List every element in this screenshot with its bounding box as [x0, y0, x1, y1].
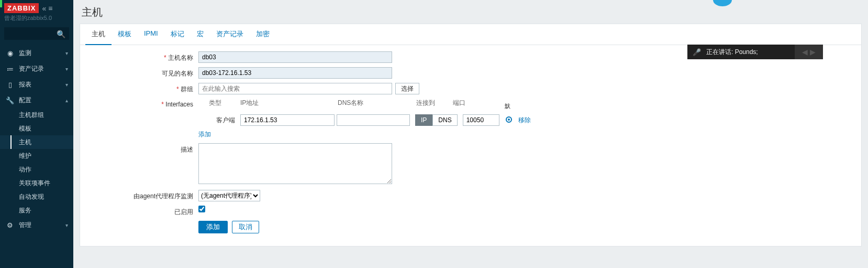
hamburger-icon[interactable]: ≡	[48, 4, 52, 13]
iface-head-conn: 连接到	[416, 99, 453, 112]
tabs: 主机 模板 IPMI 标记 宏 资产记录 加密	[80, 24, 861, 45]
sidebar-config-items: 主机群组 模板 主机 维护 动作 关联项事件 自动发现 服务	[0, 108, 73, 217]
sidebar-section-config[interactable]: 🔧 配置 ▴	[0, 92, 73, 108]
iface-head-dns: DNS名称	[338, 99, 416, 112]
tab-templates[interactable]: 模板	[112, 24, 138, 45]
chevron-down-icon: ▾	[65, 82, 68, 88]
iface-port-input[interactable]	[463, 114, 499, 126]
eye-icon: ◉	[5, 49, 15, 57]
sidebar-section-reports[interactable]: ▯ 报表 ▾	[0, 77, 73, 92]
enabled-checkbox[interactable]	[198, 206, 205, 212]
sidebar-item-correlation[interactable]: 关联项事件	[0, 176, 73, 190]
chevron-down-icon: ▾	[65, 66, 68, 72]
visiblename-input[interactable]	[198, 67, 392, 79]
groups-input[interactable]	[198, 83, 392, 94]
iface-type: 客户端	[209, 116, 238, 125]
connectto-dns-button[interactable]: DNS	[432, 114, 457, 126]
sidebar-item-hostgroups[interactable]: 主机群组	[0, 108, 73, 122]
sidebar-section-label: 报表	[19, 80, 31, 89]
visiblename-label: 可见的名称	[88, 67, 198, 78]
iface-remove-link[interactable]: 移除	[518, 116, 531, 125]
list-icon: ≔	[5, 65, 15, 73]
speaking-nav[interactable]: ◀ ▶	[795, 45, 823, 59]
sidebar-section-label: 管理	[19, 221, 31, 230]
proxy-select[interactable]: (无agent代理程序)	[198, 190, 260, 201]
logo-row: ZABBIX « ≡	[0, 0, 73, 14]
sidebar-item-hosts[interactable]: 主机	[0, 135, 73, 149]
sidebar-item-discovery[interactable]: 自动发现	[0, 190, 73, 203]
sidebar-item-maintenance[interactable]: 维护	[0, 149, 73, 163]
interfaces-label: Interfaces	[88, 99, 198, 108]
hostname-label: 主机名称	[88, 51, 198, 62]
iface-ip-input[interactable]	[240, 114, 335, 126]
tab-host[interactable]: 主机	[85, 24, 112, 45]
submit-button[interactable]: 添加	[198, 221, 228, 233]
tab-inventory[interactable]: 资产记录	[210, 24, 250, 45]
iface-dns-input[interactable]	[337, 114, 410, 126]
iface-add-link[interactable]: 添加	[198, 131, 211, 138]
mic-icon: 🎤	[693, 48, 701, 56]
chevron-down-icon: ▾	[65, 50, 68, 56]
iface-head-ip: IP地址	[240, 99, 338, 112]
sidebar-section-inventory[interactable]: ≔ 资产记录 ▾	[0, 61, 73, 77]
sidebar-section-monitor[interactable]: ◉ 监测 ▾	[0, 45, 73, 61]
sidebar: ZABBIX « ≡ 曾老湿的zabbix5.0 🔍 ◉ 监测 ▾ ≔ 资产记录…	[0, 0, 73, 268]
connectto-ip-button[interactable]: IP	[415, 114, 432, 126]
prev-icon[interactable]: ◀	[802, 48, 808, 56]
interface-row: 客户端 IP DNS 移除	[198, 114, 531, 126]
collapse-icon[interactable]: «	[42, 4, 46, 13]
tab-tags[interactable]: 标记	[164, 24, 191, 45]
iface-head-type: 类型	[209, 99, 240, 112]
iface-head-default: 默认	[499, 99, 511, 112]
wrench-icon: 🔧	[5, 97, 15, 104]
chevron-up-icon: ▴	[65, 98, 68, 103]
groups-select-button[interactable]: 选择	[395, 83, 419, 94]
bar-chart-icon: ▯	[5, 81, 15, 89]
hostname-input[interactable]	[198, 51, 392, 63]
iface-default-radio[interactable]	[506, 116, 512, 123]
groups-label: 群组	[88, 83, 198, 94]
iface-head-port: 端口	[453, 99, 499, 112]
sidebar-section-label: 配置	[19, 96, 31, 105]
sidebar-item-templates[interactable]: 模板	[0, 122, 73, 135]
search-icon[interactable]: 🔍	[57, 30, 65, 38]
proxy-label: 由agent代理程序监测	[88, 190, 198, 201]
next-icon[interactable]: ▶	[810, 48, 816, 56]
sidebar-section-label: 资产记录	[19, 65, 44, 73]
chevron-down-icon: ▾	[65, 222, 68, 228]
tab-ipmi[interactable]: IPMI	[138, 24, 164, 45]
sidebar-section-label: 监测	[19, 49, 31, 58]
main: 主机 主机 模板 IPMI 标记 宏 资产记录 加密 主机名称 可见的名称	[73, 0, 868, 268]
app-logo[interactable]: ZABBIX	[4, 3, 39, 13]
speaking-indicator: 🎤 正在讲话: Pounds;	[687, 45, 795, 59]
cancel-button[interactable]: 取消	[232, 221, 259, 233]
tab-macros[interactable]: 宏	[191, 24, 210, 45]
sidebar-item-services[interactable]: 服务	[0, 203, 73, 217]
page-title: 主机	[73, 0, 868, 24]
enabled-label: 已启用	[88, 206, 198, 217]
sidebar-search[interactable]: 🔍	[4, 27, 69, 40]
tab-encryption[interactable]: 加密	[250, 24, 276, 45]
accent-bar	[0, 0, 2, 7]
sidebar-section-admin[interactable]: ⚙ 管理 ▾	[0, 217, 73, 233]
iface-connectto-segment: IP DNS	[415, 114, 458, 126]
speaking-text: 正在讲话: Pounds;	[706, 48, 758, 57]
description-label: 描述	[88, 143, 198, 154]
gear-icon: ⚙	[5, 221, 15, 229]
sidebar-subtitle: 曾老湿的zabbix5.0	[0, 14, 73, 25]
sidebar-item-actions[interactable]: 动作	[0, 163, 73, 176]
description-textarea[interactable]	[198, 143, 392, 184]
interfaces-header: 类型 IP地址 DNS名称 连接到 端口 默认	[198, 99, 531, 114]
host-form: 主机名称 可见的名称 群组 选择 Interfaces	[80, 45, 861, 246]
